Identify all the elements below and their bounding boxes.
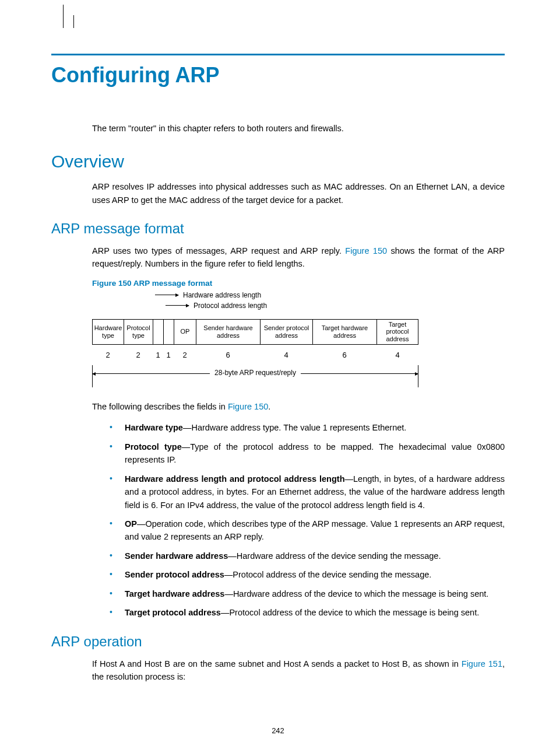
arp-format-diagram: Hardware address length Protocol address… (92, 291, 418, 388)
op-p1a: If Host A and Host B are on the same sub… (92, 659, 462, 668)
label-pal: Protocol address length (193, 302, 267, 310)
list-item: OP—Operation code, which describes type … (92, 517, 505, 544)
len-op: 2 (174, 351, 196, 359)
field-sender-proto-addr: Sender protocol address (261, 320, 313, 344)
operation-paragraph-1: If Host A and Host B are on the same sub… (92, 657, 505, 684)
len-tha: 6 (312, 351, 376, 359)
diagram-fields-row: Hardware type Protocol type OP Sender ha… (92, 319, 418, 345)
link-figure-150-b[interactable]: Figure 150 (228, 402, 268, 411)
dim-tick-left-icon (92, 365, 93, 387)
page-title: Configuring ARP (51, 64, 505, 87)
rest: —Protocol address of the device to which… (221, 608, 479, 617)
term: Hardware address length and protocol add… (125, 474, 345, 484)
arrow-hal: Hardware address length (155, 291, 261, 299)
list-item: Sender protocol address—Protocol address… (92, 568, 505, 581)
diagram-arrow-labels: Hardware address length Protocol address… (155, 291, 418, 312)
dim-label: 28-byte ARP request/reply (210, 369, 301, 377)
diagram-dimension: 28-byte ARP request/reply (92, 365, 418, 388)
arrow-line-icon (166, 305, 189, 306)
rest: —Hardware address type. The value 1 repr… (183, 423, 406, 432)
overview-paragraph: ARP resolves IP addresses into physical … (92, 180, 505, 206)
list-item: Target hardware address—Hardware address… (92, 587, 505, 600)
dim-tick-right-icon (418, 365, 418, 387)
field-hal (153, 320, 164, 344)
term: Target hardware address (125, 589, 224, 598)
figure-caption: Figure 150 ARP message format (92, 279, 505, 288)
rest: —Hardware address of the device sending … (228, 551, 441, 561)
len-sha: 6 (196, 351, 260, 359)
list-item: Hardware type—Hardware address type. The… (92, 421, 505, 434)
label-hal: Hardware address length (183, 291, 261, 299)
field-pal (164, 320, 174, 344)
link-figure-151[interactable]: Figure 151 (462, 659, 502, 668)
field-protocol-type: Protocol type (124, 320, 153, 344)
field-description-list: Hardware type—Hardware address type. The… (92, 421, 505, 620)
field-op: OP (174, 320, 196, 344)
list-item: Target protocol address—Protocol address… (92, 606, 505, 619)
len-tpa: 4 (376, 351, 418, 359)
term: OP (125, 519, 137, 528)
len-pt: 2 (124, 351, 153, 359)
term: Target protocol address (125, 608, 221, 617)
field-target-proto-addr: Target protocol address (377, 320, 418, 344)
heading-arp-operation: ARP operation (51, 634, 505, 650)
msgfmt-paragraph-2: The following describes the fields in Fi… (92, 400, 505, 413)
link-figure-150[interactable]: Figure 150 (345, 246, 387, 256)
list-item: Hardware address length and protocol add… (92, 473, 505, 512)
msgfmt-p2b: . (268, 402, 270, 411)
top-rule (51, 54, 505, 55)
list-item: Sender hardware address—Hardware address… (92, 550, 505, 562)
term: Sender protocol address (125, 570, 224, 579)
field-target-hw-addr: Target hardware address (313, 320, 377, 344)
msgfmt-p1a: ARP uses two types of messages, ARP requ… (92, 246, 345, 256)
msgfmt-p2a: The following describes the fields in (92, 402, 228, 411)
diagram-tick-pal (73, 15, 74, 28)
arrow-line-icon (155, 295, 178, 295)
page: Configuring ARP The term "router" in thi… (0, 0, 556, 756)
rest: —Protocol address of the device sending … (224, 570, 431, 579)
list-item: Protocol type—Type of the protocol addre… (92, 440, 505, 467)
term: Sender hardware address (125, 551, 228, 561)
diagram-lengths-row: 2 2 1 1 2 6 4 6 4 (92, 351, 418, 359)
heading-overview: Overview (51, 151, 505, 172)
rest: —Hardware address of the device to which… (224, 589, 488, 598)
field-sender-hw-addr: Sender hardware address (196, 320, 261, 344)
len-pal: 1 (163, 351, 174, 359)
len-hal: 1 (153, 351, 163, 359)
term: Hardware type (125, 423, 183, 432)
heading-arp-message-format: ARP message format (51, 220, 505, 237)
intro-paragraph: The term "router" in this chapter refers… (92, 122, 505, 135)
page-number: 242 (0, 726, 556, 735)
msgfmt-paragraph-1: ARP uses two types of messages, ARP requ… (92, 244, 505, 271)
diagram-tick-hal (63, 5, 64, 28)
len-spa: 4 (260, 351, 312, 359)
term: Protocol type (125, 442, 182, 452)
arrow-pal: Protocol address length (166, 302, 267, 310)
rest: —Type of the protocol address to be mapp… (125, 442, 505, 464)
len-hw: 2 (92, 351, 124, 359)
field-hardware-type: Hardware type (93, 320, 124, 344)
rest: —Operation code, which describes type of… (125, 519, 505, 541)
